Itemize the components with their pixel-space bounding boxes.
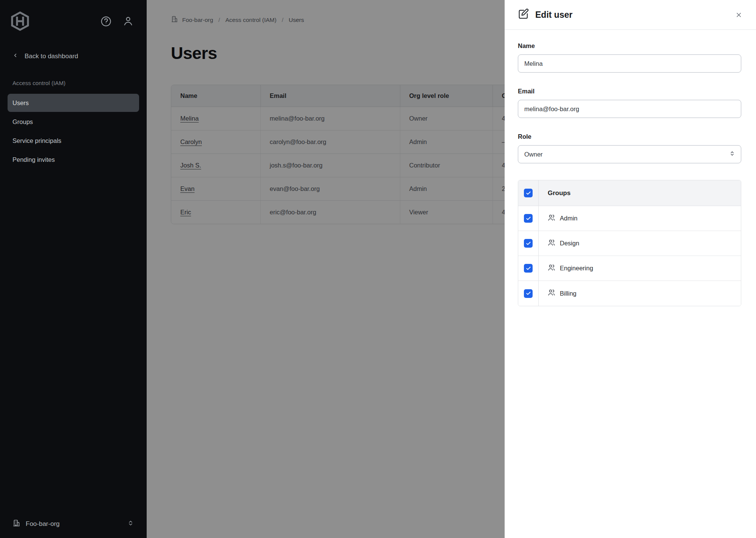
- role-select-value: Owner: [524, 151, 543, 158]
- group-checkbox-admin[interactable]: [524, 214, 533, 223]
- groups-selection-table: Groups Admin: [518, 180, 741, 306]
- chevron-left-icon: [12, 53, 18, 60]
- users-group-icon: [548, 214, 555, 223]
- sidebar: Back to dashboard Access control (IAM) U…: [0, 0, 147, 538]
- select-all-groups-checkbox[interactable]: [524, 189, 533, 197]
- groups-table-header: Groups: [518, 180, 741, 206]
- group-name: Engineering: [560, 265, 593, 272]
- sidebar-nav: Users Groups Service principals Pending …: [8, 94, 139, 169]
- group-row: Admin: [518, 206, 741, 231]
- back-to-dashboard-label: Back to dashboard: [25, 53, 78, 60]
- edit-user-drawer: Edit user Name Email Role Owner: [505, 0, 756, 538]
- group-checkbox-engineering[interactable]: [524, 264, 533, 273]
- help-icon[interactable]: [100, 16, 112, 27]
- sidebar-item-service-principals[interactable]: Service principals: [8, 132, 139, 150]
- group-name: Admin: [560, 215, 578, 222]
- unfold-caret-icon: [127, 520, 134, 528]
- users-group-icon: [548, 264, 555, 273]
- close-icon[interactable]: [735, 11, 742, 19]
- org-switcher-label: Foo-bar-org: [26, 520, 60, 528]
- organization-icon: [12, 519, 20, 529]
- name-input[interactable]: [518, 54, 741, 73]
- users-group-icon: [548, 289, 555, 298]
- role-select[interactable]: Owner: [518, 145, 741, 163]
- back-to-dashboard-link[interactable]: Back to dashboard: [12, 53, 135, 60]
- name-field-label: Name: [518, 42, 741, 50]
- sidebar-item-users[interactable]: Users: [8, 94, 139, 112]
- email-input[interactable]: [518, 100, 741, 118]
- hashicorp-logo-icon[interactable]: [11, 11, 29, 31]
- drawer-title: Edit user: [535, 10, 572, 20]
- sidebar-section-label: Access control (IAM): [12, 80, 147, 86]
- sidebar-item-pending-invites[interactable]: Pending invites: [8, 150, 139, 169]
- group-checkbox-billing[interactable]: [524, 289, 533, 298]
- group-name: Billing: [560, 290, 576, 297]
- group-row: Billing: [518, 281, 741, 306]
- select-caret-icon: [729, 150, 735, 158]
- user-account-icon[interactable]: [122, 16, 134, 27]
- org-switcher[interactable]: Foo-bar-org: [12, 519, 134, 529]
- email-field-label: Email: [518, 88, 741, 95]
- group-name: Design: [560, 240, 579, 247]
- sidebar-item-groups[interactable]: Groups: [8, 113, 139, 131]
- group-row: Engineering: [518, 256, 741, 281]
- group-checkbox-design[interactable]: [524, 239, 533, 248]
- users-group-icon: [548, 239, 555, 248]
- group-row: Design: [518, 231, 741, 256]
- role-field-label: Role: [518, 133, 741, 140]
- groups-header-label: Groups: [548, 189, 570, 197]
- edit-icon: [517, 8, 530, 22]
